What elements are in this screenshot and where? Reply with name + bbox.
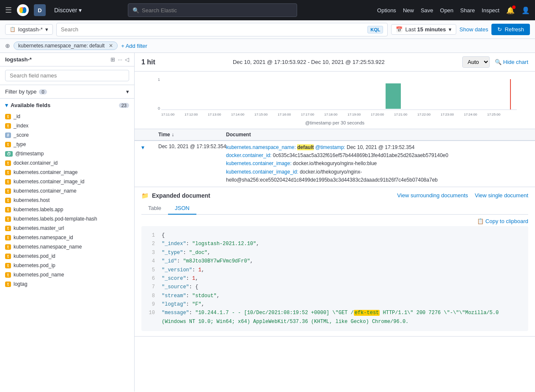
json-line-number: 1 [146,231,155,240]
json-content: 1{2 "_index": "logstash-2021.12.10",3 "_… [141,226,528,331]
index-pattern-button[interactable]: 📋 logstash-* ▾ [5,24,53,35]
collapse-icon[interactable]: ◁ [125,56,129,63]
hamburger-icon[interactable]: ☰ [5,6,12,15]
field-name: kubernetes.container_image [14,169,77,175]
eye-icon: 🔍 [495,59,502,65]
nav-inspect[interactable]: Inspect [482,7,499,14]
field-item[interactable]: ⏱@timestamp [0,149,134,158]
field-name: docker.container_id [14,160,58,166]
json-line-content: "_version": 1, [162,266,204,274]
field-name: logtag [14,281,28,287]
available-fields-header: ▾ Available fields 23 [0,99,134,112]
filter-type-row[interactable]: Filter by type 0 ▾ [0,85,134,99]
nav-options[interactable]: Options [377,7,396,14]
show-dates-button[interactable]: Show dates [460,26,488,33]
field-item[interactable]: tkubernetes.namespace_id [0,233,134,242]
field-type-badge: t [5,160,11,166]
field-item[interactable]: tdocker.container_id [0,158,134,168]
add-filter-button[interactable]: + Add filter [121,43,147,49]
field-item[interactable]: t_index [0,121,134,130]
notification-icon[interactable]: 🔔 [506,6,515,14]
field-item[interactable]: t_id [0,112,134,121]
grid-icon: ⊞ [110,56,115,63]
search-icon: 🔍 [132,7,139,14]
discover-button[interactable]: Discover ▾ [51,5,85,15]
kql-badge[interactable]: KQL [367,26,383,33]
svg-text:17:25:00: 17:25:00 [487,113,501,116]
field-item[interactable]: tlogtag [0,279,134,289]
nav-share[interactable]: Share [460,7,475,14]
svg-text:17:18:00: 17:18:00 [324,113,338,116]
field-item[interactable]: tkubernetes.master_url [0,224,134,233]
json-line: 7 "_source": { [146,283,523,291]
view-single-link[interactable]: View single document [475,192,528,199]
field-type-badge: ⏱ [5,151,13,157]
expanded-doc-header: 📁 Expanded document View surrounding doc… [141,192,528,199]
json-line-content: { [162,231,165,240]
tab-table[interactable]: Table [141,202,168,215]
calendar-icon: 📅 [396,26,403,33]
svg-text:1: 1 [158,77,160,82]
time-filter[interactable]: 📅 Last 15 minutes ▾ [391,24,456,35]
nav-save[interactable]: Save [421,7,433,14]
field-type-badge: t [5,244,11,250]
sidebar-index-pattern: logstash-* [5,56,32,63]
search-kql-input[interactable] [61,26,367,33]
field-type-badge: t [5,254,11,259]
search-fields-input[interactable] [5,70,129,81]
field-type-badge: t [5,235,11,240]
tab-json[interactable]: JSON [168,202,196,215]
field-item[interactable]: tkubernetes.host [0,196,134,205]
svg-text:17:12:00: 17:12:00 [185,113,198,116]
col-toggle [141,132,158,138]
date-range: Dec 10, 2021 @ 17:10:53.922 - Dec 10, 20… [160,59,457,65]
json-line: 9 "logtag": "F", [146,300,523,309]
field-item[interactable]: t_type [0,140,134,149]
field-type-badge: t [5,272,11,278]
col-time[interactable]: Time ↓ [158,132,226,138]
field-name: _index [14,123,28,129]
field-item[interactable]: tkubernetes.pod_id [0,251,134,261]
filter-tag[interactable]: kubernetes.namespace_name: default ✕ [14,41,118,50]
chevron-down-icon: ▾ [79,7,82,14]
filter-tag-close[interactable]: ✕ [109,43,113,49]
user-icon[interactable]: 👤 [521,6,530,14]
field-item[interactable]: tkubernetes.namespace_name [0,242,134,251]
search-kql-bar[interactable]: KQL [56,23,388,36]
row-timestamp: Dec 10, 2021 @ 17:19:52.354 [158,144,226,149]
field-item[interactable]: tkubernetes.container_image_id [0,177,134,186]
hide-chart-button[interactable]: 🔍 Hide chart [495,59,528,65]
interval-select[interactable]: Auto [462,56,490,68]
field-name: kubernetes.namespace_name [14,244,82,250]
nav-new[interactable]: New [403,7,414,14]
chevron-down-icon: ▾ [45,26,48,33]
elastic-logo[interactable] [17,4,29,16]
json-line: 8 "stream": "stdout", [146,292,523,300]
json-line-number: 3 [146,248,155,257]
field-item[interactable]: tkubernetes.container_name [0,186,134,196]
field-item[interactable]: #_score [0,130,134,140]
field-item[interactable]: tkubernetes.pod_ip [0,261,134,270]
field-item[interactable]: tkubernetes.pod_name [0,270,134,279]
expanded-doc-actions: View surrounding documents View single d… [397,192,528,199]
view-surrounding-link[interactable]: View surrounding documents [397,192,468,199]
field-item[interactable]: tkubernetes.labels.pod-template-hash [0,214,134,224]
field-item[interactable]: tkubernetes.container_image [0,168,134,177]
json-line-number: 4 [146,257,155,265]
result-row-toggle[interactable]: ▾ Dec 10, 2021 @ 17:19:52.354 kubernetes… [135,141,535,187]
json-line-number: 10 [146,309,155,326]
field-type-badge: t [5,123,11,129]
field-type-badge: t [5,188,11,194]
svg-text:17:13:00: 17:13:00 [208,113,221,116]
content-area: 1 hit Dec 10, 2021 @ 17:10:53.922 - Dec … [135,53,535,392]
refresh-button[interactable]: ↻ Refresh [491,24,530,35]
svg-text:17:21:00: 17:21:00 [394,113,408,116]
copy-to-clipboard-button[interactable]: 📋 Copy to clipboard [477,218,528,224]
nav-open[interactable]: Open [440,7,454,14]
json-line-number: 5 [146,266,155,274]
global-search-input[interactable] [142,7,292,14]
field-item[interactable]: tkubernetes.labels.app [0,205,134,214]
global-search-bar[interactable]: 🔍 [128,3,297,17]
json-line-number: 2 [146,240,155,248]
expand-icon[interactable]: ▾ [141,144,158,151]
